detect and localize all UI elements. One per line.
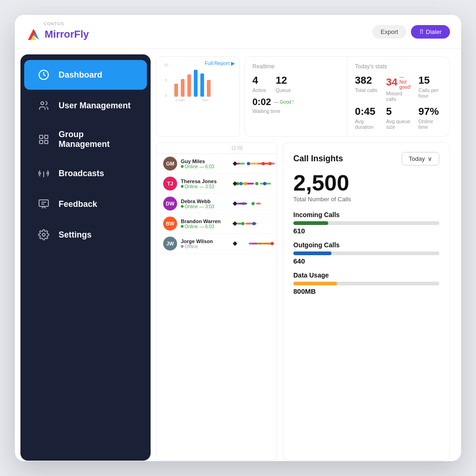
table-row: TJ Theresa Jones Online — 3:53 bbox=[157, 174, 277, 194]
table-row: BW Brandon Warren Online — 6:03 bbox=[157, 214, 277, 234]
missed-label: Missed calls bbox=[386, 91, 411, 102]
left-col: 12:00 GM Guy Miles Online — 6:03 bbox=[156, 142, 277, 461]
outgoing-progress-bg bbox=[293, 251, 439, 255]
svg-rect-19 bbox=[181, 79, 185, 97]
list-item: JW Jorge Wilson Offline bbox=[157, 237, 231, 251]
svg-point-4 bbox=[41, 102, 44, 105]
todays-stats-title: Today's stats bbox=[355, 63, 443, 70]
data-usage-row: Data Usage 800MB bbox=[293, 271, 439, 295]
svg-rect-7 bbox=[40, 140, 43, 144]
feedback-icon bbox=[37, 198, 50, 211]
sidebar-label-user-management: User Management bbox=[59, 101, 131, 111]
sidebar-item-dashboard[interactable]: Dashboard bbox=[24, 60, 147, 90]
timeline-panel[interactable]: 12:00 GM Guy Miles Online — 6:03 bbox=[156, 142, 277, 461]
sidebar-item-settings[interactable]: Settings bbox=[24, 220, 147, 250]
list-item: BW Brandon Warren Online — 6:03 bbox=[157, 217, 231, 231]
outgoing-calls-label: Outgoing Calls bbox=[293, 241, 439, 249]
missed-value: 34 bbox=[386, 76, 397, 88]
time-label-12: 12:00 bbox=[226, 145, 277, 151]
online-time-stat: 97% Online time bbox=[418, 106, 442, 130]
per-hour-value: 15 bbox=[418, 74, 442, 86]
logo-text: MirrorFly bbox=[45, 28, 89, 40]
total-calls-big-label: Total Number of Calls bbox=[293, 196, 439, 203]
sidebar-label-settings: Settings bbox=[59, 230, 92, 240]
timeline-dots bbox=[231, 239, 277, 248]
sidebar: Dashboard User Management bbox=[20, 54, 151, 461]
settings-icon bbox=[37, 228, 50, 241]
list-item: TJ Theresa Jones Online — 3:53 bbox=[157, 177, 231, 191]
data-usage-label: Data Usage bbox=[293, 271, 439, 279]
svg-point-12 bbox=[42, 233, 45, 236]
logo-contus: CONTUS bbox=[44, 21, 89, 26]
avg-queue-value: 5 bbox=[386, 106, 411, 118]
svg-text:min: min bbox=[202, 98, 208, 102]
table-row: DW Debra Webb Online — 3:03 bbox=[157, 194, 277, 214]
full-report-link[interactable]: Full Report ▶ bbox=[205, 60, 235, 66]
dashboard-icon bbox=[37, 68, 50, 81]
waiting-row: 0:02 — Good ! Waiting time bbox=[252, 97, 340, 114]
svg-text:10: 10 bbox=[164, 63, 168, 67]
waiting-value: 0:02 bbox=[252, 97, 271, 107]
sidebar-item-feedback[interactable]: Feedback bbox=[24, 189, 147, 219]
total-calls-big: 2,500 bbox=[293, 170, 439, 196]
online-label: Online time bbox=[418, 119, 442, 130]
svg-text:0: 0 bbox=[165, 93, 167, 98]
avg-duration-label: Avg duration bbox=[355, 119, 379, 130]
incoming-calls-row: Incoming Calls 610 bbox=[293, 211, 439, 235]
realtime-panel: Realtime 4 Active 12 Queue bbox=[245, 56, 450, 137]
sidebar-label-group-management: Group Management bbox=[59, 130, 134, 149]
dialer-button[interactable]: ⠿ Dialer bbox=[411, 25, 450, 39]
waiting-label: Waiting time bbox=[252, 108, 340, 114]
per-hour-label: Calls per hour bbox=[418, 87, 442, 99]
data-usage-progress-fill bbox=[293, 282, 337, 285]
todays-stats-grid: 382 Total calls 34 — Not good! Missed ca… bbox=[355, 74, 443, 130]
timeline-header: 12:00 bbox=[157, 143, 277, 154]
avg-queue-stat: 5 Avg queue size bbox=[386, 106, 411, 130]
queue-stat: 12 Queue bbox=[276, 74, 291, 93]
svg-rect-21 bbox=[194, 70, 198, 97]
sidebar-item-broadcasts[interactable]: Broadcasts bbox=[24, 159, 147, 188]
realtime-title: Realtime bbox=[252, 63, 340, 70]
realtime-stats-row: 4 Active 12 Queue bbox=[252, 74, 340, 93]
timeline-dots bbox=[231, 159, 277, 168]
topbar-actions: Export ⠿ Dialer bbox=[372, 25, 450, 39]
active-stat: 4 Active bbox=[252, 74, 266, 93]
waiting-badge: — Good ! bbox=[274, 99, 294, 105]
svg-rect-6 bbox=[45, 135, 48, 139]
timeline-rows: GM Guy Miles Online — 6:03 TJ Theresa Jo… bbox=[157, 154, 277, 254]
outgoing-calls-row: Outgoing Calls 640 bbox=[293, 241, 439, 265]
total-calls-label: Total calls bbox=[355, 87, 379, 93]
svg-text:5: 5 bbox=[165, 78, 167, 82]
timeline-dots bbox=[231, 199, 277, 208]
mirrorfly-logo-icon bbox=[26, 27, 41, 42]
timeline-dots bbox=[231, 179, 277, 188]
total-calls-stat: 382 Total calls bbox=[355, 74, 379, 102]
missed-calls-stat: 34 — Not good! Missed calls bbox=[386, 74, 411, 102]
active-value: 4 bbox=[252, 74, 266, 86]
avg-duration-value: 0:45 bbox=[355, 106, 379, 118]
svg-rect-18 bbox=[174, 84, 178, 97]
svg-text:-1 min: -1 min bbox=[174, 98, 185, 102]
today-filter-button[interactable]: Today ∨ bbox=[402, 152, 439, 165]
insights-panel: Call Insights Today ∨ 2,500 Total Number… bbox=[283, 142, 450, 461]
sidebar-item-group-management[interactable]: Group Management bbox=[24, 121, 147, 158]
topbar: CONTUS MirrorFly Export ⠿ Dialer bbox=[15, 15, 461, 49]
online-value: 97% bbox=[418, 106, 442, 118]
sidebar-label-dashboard: Dashboard bbox=[59, 70, 102, 80]
svg-rect-8 bbox=[45, 140, 48, 144]
list-item: GM Guy Miles Online — 6:03 bbox=[157, 157, 231, 171]
svg-rect-22 bbox=[200, 73, 204, 97]
svg-rect-20 bbox=[187, 74, 191, 97]
timeline-dots bbox=[231, 219, 277, 228]
sidebar-label-feedback: Feedback bbox=[59, 199, 97, 209]
incoming-calls-label: Incoming Calls bbox=[293, 211, 439, 218]
insights-title: Call Insights bbox=[293, 154, 343, 164]
broadcasts-icon bbox=[37, 167, 50, 180]
queue-label: Queue bbox=[276, 87, 291, 93]
queue-value: 12 bbox=[276, 74, 291, 86]
data-usage-value: 800MB bbox=[293, 287, 439, 295]
export-button[interactable]: Export bbox=[372, 25, 407, 39]
table-row: GM Guy Miles Online — 6:03 bbox=[157, 154, 277, 174]
incoming-progress-bg bbox=[293, 221, 439, 225]
sidebar-item-user-management[interactable]: User Management bbox=[24, 91, 147, 120]
